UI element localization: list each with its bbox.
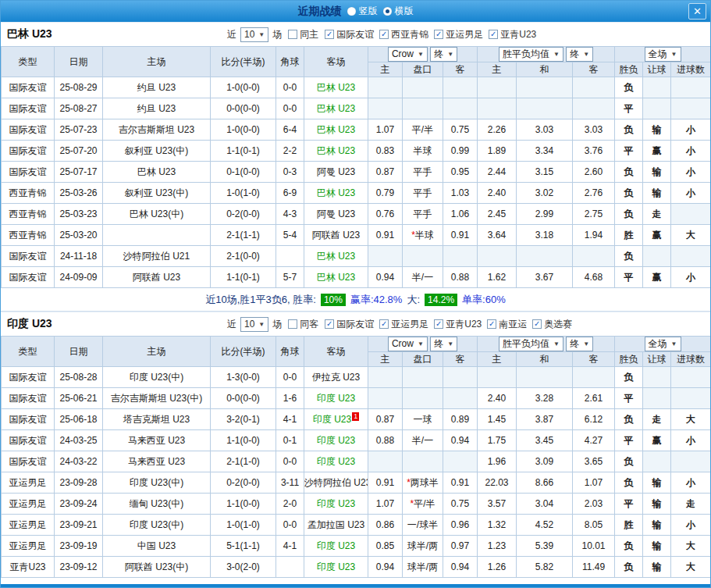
period-select[interactable]: 全场▼ xyxy=(645,337,681,351)
league-filter-checkbox[interactable]: ✓ 国际友谊 xyxy=(325,28,374,41)
match-score: 1-0(1-0) xyxy=(211,183,276,204)
odds-time-select[interactable]: 终▼ xyxy=(430,337,457,351)
avg-home-odds: 2.45 xyxy=(478,204,517,225)
corner-count: 0-0 xyxy=(276,98,304,119)
chevron-down-icon: ▼ xyxy=(258,29,265,41)
league-filter-checkbox[interactable]: ✓ 亚运男足 xyxy=(379,318,428,331)
avg-odds-select[interactable]: 胜平负均值▼ xyxy=(499,47,563,62)
bookmaker-select[interactable]: Crow▼ xyxy=(388,337,428,351)
league-filter-checkbox[interactable]: ✓ 国际友谊 xyxy=(325,318,374,331)
league-filter-checkbox[interactable]: ✓ 亚青U23 xyxy=(434,318,482,331)
avg-home-odds: 22.03 xyxy=(478,472,517,494)
avg-away-odds xyxy=(573,246,615,267)
match-date: 25-03-26 xyxy=(55,183,103,204)
period-select[interactable]: 全场▼ xyxy=(645,47,681,62)
goals-result-cell: 大 xyxy=(671,536,711,557)
avg-time-select[interactable]: 终▼ xyxy=(566,47,593,62)
handicap-result-cell: 赢 xyxy=(643,430,671,451)
handicap-result-cell xyxy=(643,451,671,472)
subheader-cell: 让球 xyxy=(643,352,671,367)
match-score: 5-1(1-1) xyxy=(211,536,276,557)
league-filter-checkbox[interactable]: ✓ 亚运男足 xyxy=(434,28,483,41)
league-filter-checkbox[interactable]: ✓ 南亚运 xyxy=(487,318,527,331)
match-row: 国际友谊 25-07-17 巴林 U23 0-1(0-0) 0-3 阿曼 U23… xyxy=(2,162,711,183)
odds-handicap: *半球 xyxy=(403,225,443,246)
goals-result-cell: 大 xyxy=(671,409,711,430)
avg-draw-odds: 3.09 xyxy=(517,451,573,472)
match-type-badge: 国际友谊 xyxy=(2,388,55,409)
match-row: 亚运男足 23-09-28 印度 U23(中) 0-2(0-0) 3-11 沙特… xyxy=(2,472,711,494)
away-team-name: 巴林 U23 xyxy=(317,251,355,262)
avg-home-odds: 2.40 xyxy=(478,388,517,409)
avg-time-select[interactable]: 终▼ xyxy=(566,337,593,351)
close-button[interactable]: ✕ xyxy=(688,3,706,20)
match-score: 3-2(0-1) xyxy=(211,409,276,430)
chevron-down-icon: ▼ xyxy=(671,48,677,60)
league-filter-checkbox[interactable]: ✓ 西亚青锦 xyxy=(379,28,428,41)
odds-handicap xyxy=(403,388,443,409)
away-team-name: 印度 U23 xyxy=(317,561,355,572)
match-date: 25-07-23 xyxy=(55,119,103,141)
avg-away-odds xyxy=(573,98,615,119)
home-team: 印度 U23(中) xyxy=(103,515,211,536)
away-team: 印度 U23 xyxy=(304,388,368,409)
avg-draw-odds: 5.82 xyxy=(517,557,573,578)
goals-result-cell: 大 xyxy=(671,225,711,246)
league-filter-label: 亚青U23 xyxy=(500,28,536,41)
match-type-badge: 西亚青锦 xyxy=(2,204,55,225)
same-venue-checkbox[interactable]: 同客 xyxy=(288,318,318,331)
matches-table: 类型 日期 主场 比分(半场) 角球 客场 Crow▼ 终▼ 胜平负均值▼ 终▼… xyxy=(1,336,711,578)
recent-count-select[interactable]: 10▼ xyxy=(240,27,268,42)
match-date: 25-03-20 xyxy=(55,225,103,246)
big-label: 大: xyxy=(407,293,420,307)
away-team-name: 巴林 U23 xyxy=(317,82,355,93)
odds-away: 0.75 xyxy=(443,494,478,515)
match-score: 0-0(0-0) xyxy=(211,388,276,409)
odds-home: 0.91 xyxy=(368,472,403,494)
corner-count: 1-6 xyxy=(276,388,304,409)
league-filter-label: 亚运男足 xyxy=(446,28,483,41)
bookmaker-select[interactable]: Crow▼ xyxy=(388,47,428,62)
result-cell: 负 xyxy=(615,119,643,141)
avg-away-odds: 2.76 xyxy=(573,183,615,204)
result-cell: 负 xyxy=(615,451,643,472)
avg-draw-odds: 3.45 xyxy=(517,430,573,451)
goals-result-cell xyxy=(671,77,711,98)
layout-horizontal-radio[interactable]: 横版 xyxy=(383,5,414,18)
subheader-cell: 盘口 xyxy=(403,62,443,77)
handicap-text: 平手 xyxy=(414,166,432,177)
odds-away: 0.99 xyxy=(443,141,478,162)
odds-away: 0.91 xyxy=(443,472,478,494)
goals-result-cell xyxy=(671,204,711,225)
odds-away: 0.94 xyxy=(443,430,478,451)
match-date: 25-07-20 xyxy=(55,141,103,162)
odds-time-select[interactable]: 终▼ xyxy=(430,47,457,62)
match-row: 国际友谊 24-09-09 阿联酋 U23 1-1(0-1) 5-7 巴林 U2… xyxy=(2,267,711,288)
odds-home: 0.76 xyxy=(368,204,403,225)
league-filter-checkbox[interactable]: ✓ 奥选赛 xyxy=(532,318,572,331)
subheader-cell: 客 xyxy=(443,62,478,77)
layout-vertical-radio[interactable]: 竖版 xyxy=(347,5,378,18)
match-date: 23-09-24 xyxy=(55,494,103,515)
handicap-result-cell: 输 xyxy=(643,183,671,204)
odds-away: 1.06 xyxy=(443,204,478,225)
result-cell: 负 xyxy=(615,472,643,494)
team-name: 印度 U23 xyxy=(1,317,227,331)
league-filter-checkbox[interactable]: ✓ 亚青U23 xyxy=(489,28,536,41)
avg-odds-select[interactable]: 胜平负均值▼ xyxy=(499,337,563,351)
corner-count: 6-4 xyxy=(276,119,304,141)
same-venue-checkbox[interactable]: 同主 xyxy=(288,28,318,41)
subheader-cell: 进球数 xyxy=(671,352,711,367)
corner-count: 4-1 xyxy=(276,536,304,557)
goals-result-cell: 大 xyxy=(671,557,711,578)
away-team: 巴林 U23 xyxy=(304,119,368,141)
avg-home-odds xyxy=(478,246,517,267)
away-team-name: 印度 U23 xyxy=(317,435,355,446)
match-date: 25-08-28 xyxy=(55,367,103,388)
col-score: 比分(半场) xyxy=(211,47,276,77)
match-date: 25-08-27 xyxy=(55,98,103,119)
chevron-down-icon: ▼ xyxy=(418,338,424,350)
home-team: 印度 U23(中) xyxy=(103,367,211,388)
chevron-down-icon: ▼ xyxy=(553,338,560,350)
recent-count-select[interactable]: 10▼ xyxy=(240,317,268,332)
